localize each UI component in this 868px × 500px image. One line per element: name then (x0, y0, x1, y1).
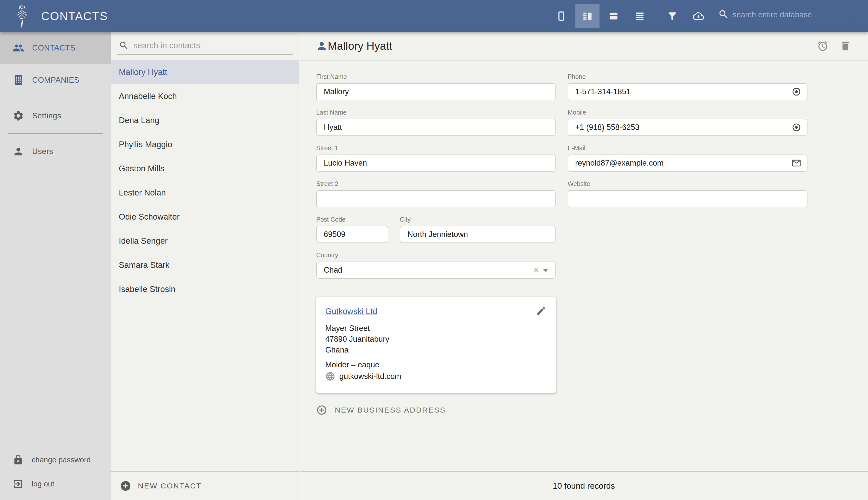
business-contact-person: Molder – eaque (325, 360, 545, 370)
mobile-field[interactable] (568, 119, 808, 136)
sidebar-footer: change password log out (0, 448, 111, 500)
logout-label: log out (32, 480, 54, 488)
detail-header: Mallory Hyatt (300, 32, 868, 60)
website-label: Website (568, 180, 808, 188)
topbar: CONTACTS (0, 0, 868, 32)
visibility-icon[interactable] (791, 122, 801, 133)
sidebar-item-settings[interactable]: Settings (0, 100, 111, 132)
logo-icon (14, 3, 30, 29)
pencil-icon (536, 306, 546, 316)
gear-icon (13, 110, 24, 122)
app-title: CONTACTS (41, 9, 108, 23)
street1-field[interactable] (316, 155, 556, 172)
view-single-icon (556, 10, 567, 22)
contact-row[interactable]: Lester Nolan (111, 181, 299, 205)
plus-circle-icon (120, 480, 131, 492)
sidebar-item-companies[interactable]: COMPANIES (0, 64, 111, 96)
last-name-label: Last Name (316, 109, 556, 116)
phone-label: Phone (568, 73, 808, 80)
contact-row[interactable]: Odie Schowalter (111, 205, 299, 229)
contact-row[interactable]: Isabelle Strosin (111, 277, 299, 301)
contact-row[interactable]: Phyllis Maggio (111, 133, 299, 157)
business-street: Mayer Street (325, 323, 545, 334)
country-select[interactable] (316, 262, 556, 279)
new-contact-label: NEW CONTACT (138, 482, 202, 490)
contact-search-input[interactable] (133, 41, 292, 50)
new-business-address-label: NEW BUSINESS ADDRESS (335, 406, 446, 414)
view-headline-icon (634, 10, 646, 22)
sidebar-item-label: COMPANIES (32, 76, 79, 85)
first-name-field[interactable] (316, 83, 556, 100)
business-city: 47890 Juanitabury (325, 334, 545, 345)
business-country: Ghana (325, 345, 545, 355)
sidebar-item-label: CONTACTS (32, 44, 76, 53)
page-title: Mallory Hyatt (328, 40, 808, 52)
chevron-down-icon[interactable] (543, 269, 548, 272)
change-password-button[interactable]: change password (0, 448, 111, 472)
street2-label: Street 2 (316, 180, 556, 188)
sidebar: CONTACTS COMPANIES Settings Users change… (0, 32, 111, 500)
globe-icon (325, 371, 335, 382)
post-code-field[interactable] (316, 226, 388, 243)
logout-icon (13, 478, 24, 489)
search-icon (119, 41, 129, 50)
sidebar-item-users[interactable]: Users (0, 135, 111, 168)
contact-row[interactable]: Samara Stark (111, 253, 299, 277)
alarm-icon (817, 40, 829, 52)
visibility-icon[interactable] (791, 87, 801, 97)
cloud-download-button[interactable] (686, 4, 710, 28)
trash-icon (840, 40, 851, 52)
filter-icon (667, 11, 678, 22)
contact-row[interactable]: Idella Senger (111, 229, 299, 253)
view-stream-icon (608, 10, 620, 22)
contact-row[interactable]: Annabelle Koch (111, 84, 299, 108)
section-divider (316, 289, 851, 289)
cloud-download-icon (693, 10, 704, 22)
phone-field[interactable] (568, 83, 808, 100)
view-stream-button[interactable] (602, 4, 626, 28)
post-code-label: Post Code (316, 216, 388, 223)
last-name-field[interactable] (316, 119, 556, 136)
view-single-button[interactable] (549, 4, 574, 28)
clear-icon[interactable]: × (534, 265, 539, 275)
email-field[interactable] (568, 155, 808, 172)
first-name-label: First Name (316, 73, 556, 80)
view-split-button[interactable] (575, 4, 600, 28)
filter-button[interactable] (660, 4, 684, 28)
records-summary: 10 found records (300, 471, 868, 500)
country-label: Country (316, 251, 556, 259)
street2-field[interactable] (316, 190, 556, 207)
mail-icon[interactable] (791, 158, 801, 168)
street1-label: Street 1 (316, 145, 556, 152)
reminder-button[interactable] (815, 38, 830, 54)
change-password-label: change password (32, 455, 91, 464)
company-icon (13, 75, 24, 86)
email-label: E-Mail (568, 145, 808, 152)
view-split-icon (582, 10, 593, 22)
contact-detail-panel: Mallory Hyatt First Name L (300, 32, 868, 471)
edit-business-address-button[interactable] (536, 306, 546, 316)
view-headline-button[interactable] (628, 4, 652, 28)
website-field[interactable] (568, 190, 808, 207)
city-label: City (400, 216, 556, 223)
sidebar-divider (8, 98, 103, 98)
logout-button[interactable]: log out (0, 472, 111, 496)
global-search-input[interactable] (732, 9, 853, 23)
sidebar-divider (8, 134, 103, 134)
contact-row[interactable]: Gaston Mills (111, 157, 299, 181)
delete-contact-button[interactable] (838, 38, 853, 54)
sidebar-item-label: Settings (32, 111, 61, 120)
sidebar-item-label: Users (32, 147, 53, 156)
business-website: gutkowski-ltd.com (339, 372, 401, 381)
contact-row[interactable]: Mallory Hyatt (111, 60, 299, 84)
city-field[interactable] (400, 226, 556, 243)
new-business-address-button[interactable]: NEW BUSINESS ADDRESS (316, 405, 446, 416)
company-link[interactable]: Gutkowski Ltd (325, 307, 377, 316)
contact-list-panel: Mallory Hyatt Annabelle Koch Dena Lang P… (111, 32, 299, 471)
global-search (718, 9, 853, 23)
contact-form: First Name Last Name Street 1 (316, 73, 851, 287)
new-contact-button[interactable]: NEW CONTACT (111, 471, 299, 500)
contact-row[interactable]: Dena Lang (111, 108, 299, 133)
sidebar-item-contacts[interactable]: CONTACTS (0, 32, 111, 64)
people-icon (13, 42, 24, 54)
